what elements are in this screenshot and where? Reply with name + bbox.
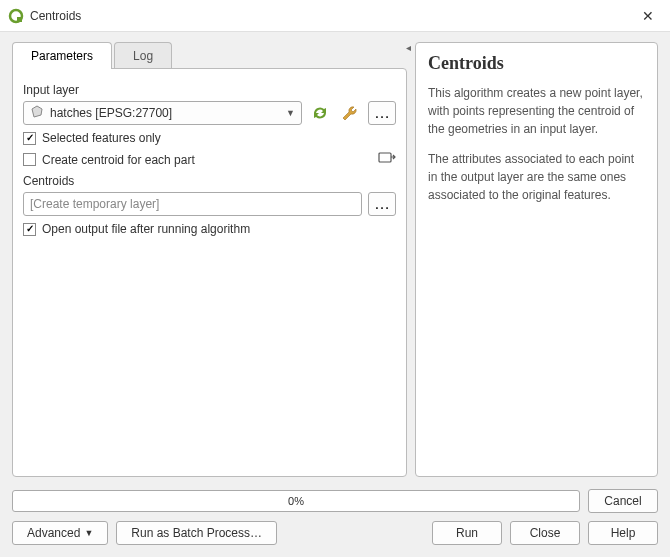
chevron-down-icon: ▼ — [84, 528, 93, 538]
tab-log[interactable]: Log — [114, 42, 172, 69]
help-title: Centroids — [428, 53, 645, 74]
help-pane: Centroids This algorithm creates a new p… — [415, 42, 658, 477]
advanced-button[interactable]: Advanced ▼ — [12, 521, 108, 545]
content-area: ◂ Parameters Log Input layer hatches [EP… — [0, 32, 670, 483]
left-pane: ◂ Parameters Log Input layer hatches [EP… — [12, 42, 407, 477]
polygon-layer-icon — [30, 105, 44, 122]
tab-bar: Parameters Log — [12, 42, 407, 69]
each-part-checkbox[interactable] — [23, 153, 36, 166]
wrench-icon — [340, 104, 360, 122]
output-input[interactable]: [Create temporary layer] — [23, 192, 362, 216]
dots-icon: … — [374, 195, 390, 213]
each-part-label: Create centroid for each part — [42, 153, 195, 167]
help-paragraph-2: The attributes associated to each point … — [428, 150, 645, 204]
svg-rect-1 — [17, 17, 22, 22]
cancel-button[interactable]: Cancel — [588, 489, 658, 513]
open-after-checkbox[interactable] — [23, 223, 36, 236]
collapse-handle-icon[interactable]: ◂ — [406, 42, 411, 53]
close-button[interactable]: Close — [510, 521, 580, 545]
dialog-window: Centroids ✕ ◂ Parameters Log Input layer… — [0, 0, 670, 557]
selected-only-checkbox[interactable] — [23, 132, 36, 145]
advanced-label: Advanced — [27, 526, 80, 540]
dots-icon: … — [374, 104, 390, 122]
bottom-bar: 0% Cancel Advanced ▼ Run as Batch Proces… — [0, 483, 670, 557]
qgis-icon — [8, 8, 24, 24]
output-browse-button[interactable]: … — [368, 192, 396, 216]
selected-only-label: Selected features only — [42, 131, 161, 145]
iterate-over-icon[interactable] — [378, 151, 396, 168]
help-paragraph-1: This algorithm creates a new point layer… — [428, 84, 645, 138]
parameters-panel: Input layer hatches [EPSG:27700] ▼ — [12, 68, 407, 477]
progress-text: 0% — [288, 495, 304, 507]
input-layer-select[interactable]: hatches [EPSG:27700] ▼ — [23, 101, 302, 125]
chevron-down-icon: ▼ — [286, 108, 295, 118]
advanced-options-button[interactable] — [338, 101, 362, 125]
output-placeholder: [Create temporary layer] — [30, 197, 159, 211]
batch-button[interactable]: Run as Batch Process… — [116, 521, 277, 545]
run-button[interactable]: Run — [432, 521, 502, 545]
progress-bar: 0% — [12, 490, 580, 512]
tab-parameters[interactable]: Parameters — [12, 42, 112, 69]
input-layer-value: hatches [EPSG:27700] — [50, 106, 282, 120]
open-after-label: Open output file after running algorithm — [42, 222, 250, 236]
iterate-button[interactable] — [308, 101, 332, 125]
titlebar: Centroids ✕ — [0, 0, 670, 32]
input-layer-browse-button[interactable]: … — [368, 101, 396, 125]
svg-rect-2 — [379, 153, 391, 162]
window-title: Centroids — [30, 9, 634, 23]
output-label: Centroids — [23, 174, 396, 188]
close-icon[interactable]: ✕ — [634, 4, 662, 28]
input-layer-label: Input layer — [23, 83, 396, 97]
refresh-icon — [310, 104, 330, 122]
help-button[interactable]: Help — [588, 521, 658, 545]
